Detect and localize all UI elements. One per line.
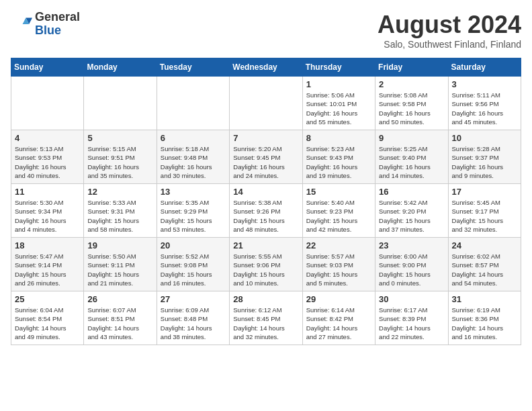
calendar-week-row: 4Sunrise: 5:13 AM Sunset: 9:53 PM Daylig… bbox=[11, 130, 521, 184]
day-info: Sunrise: 6:12 AM Sunset: 8:45 PM Dayligh… bbox=[233, 306, 298, 341]
day-number: 2 bbox=[379, 79, 444, 89]
day-number: 15 bbox=[306, 187, 371, 197]
calendar-cell: 6Sunrise: 5:18 AM Sunset: 9:48 PM Daylig… bbox=[157, 130, 229, 184]
calendar-cell: 5Sunrise: 5:15 AM Sunset: 9:51 PM Daylig… bbox=[84, 130, 157, 184]
day-info: Sunrise: 5:50 AM Sunset: 9:11 PM Dayligh… bbox=[87, 252, 152, 287]
day-number: 6 bbox=[161, 133, 226, 143]
day-info: Sunrise: 5:11 AM Sunset: 9:56 PM Dayligh… bbox=[452, 91, 517, 126]
calendar-cell: 18Sunrise: 5:47 AM Sunset: 9:14 PM Dayli… bbox=[11, 238, 84, 291]
day-info: Sunrise: 5:25 AM Sunset: 9:40 PM Dayligh… bbox=[379, 144, 444, 180]
day-info: Sunrise: 5:38 AM Sunset: 9:26 PM Dayligh… bbox=[233, 198, 298, 234]
day-info: Sunrise: 5:18 AM Sunset: 9:48 PM Dayligh… bbox=[161, 144, 226, 180]
day-number: 10 bbox=[452, 133, 517, 143]
calendar-cell: 20Sunrise: 5:52 AM Sunset: 9:08 PM Dayli… bbox=[157, 238, 229, 291]
logo-text: General Blue bbox=[35, 11, 80, 38]
day-info: Sunrise: 6:07 AM Sunset: 8:51 PM Dayligh… bbox=[87, 306, 152, 341]
day-info: Sunrise: 5:35 AM Sunset: 9:29 PM Dayligh… bbox=[161, 198, 226, 234]
calendar-cell: 28Sunrise: 6:12 AM Sunset: 8:45 PM Dayli… bbox=[230, 291, 302, 345]
day-info: Sunrise: 6:02 AM Sunset: 8:57 PM Dayligh… bbox=[452, 252, 517, 287]
calendar-week-row: 18Sunrise: 5:47 AM Sunset: 9:14 PM Dayli… bbox=[11, 238, 521, 291]
day-info: Sunrise: 6:14 AM Sunset: 8:42 PM Dayligh… bbox=[306, 306, 371, 341]
location-subtitle: Salo, Southwest Finland, Finland bbox=[378, 39, 521, 50]
day-info: Sunrise: 5:42 AM Sunset: 9:20 PM Dayligh… bbox=[379, 198, 444, 234]
calendar-cell: 26Sunrise: 6:07 AM Sunset: 8:51 PM Dayli… bbox=[84, 291, 157, 345]
calendar-cell: 7Sunrise: 5:20 AM Sunset: 9:45 PM Daylig… bbox=[230, 130, 302, 184]
calendar-cell: 2Sunrise: 5:08 AM Sunset: 9:58 PM Daylig… bbox=[375, 77, 448, 130]
day-number: 21 bbox=[233, 240, 298, 250]
calendar-table: SundayMondayTuesdayWednesdayThursdayFrid… bbox=[11, 58, 521, 345]
calendar-cell: 15Sunrise: 5:40 AM Sunset: 9:23 PM Dayli… bbox=[302, 184, 375, 238]
day-info: Sunrise: 5:15 AM Sunset: 9:51 PM Dayligh… bbox=[87, 144, 152, 180]
day-number: 24 bbox=[452, 240, 517, 250]
logo-blue: Blue bbox=[35, 24, 80, 38]
page-header: General Blue August 2024 Salo, Southwest… bbox=[11, 11, 521, 50]
calendar-cell: 16Sunrise: 5:42 AM Sunset: 9:20 PM Dayli… bbox=[375, 184, 448, 238]
day-info: Sunrise: 5:55 AM Sunset: 9:06 PM Dayligh… bbox=[233, 252, 298, 287]
weekday-header: Sunday bbox=[11, 58, 84, 77]
weekday-header: Monday bbox=[84, 58, 157, 77]
day-info: Sunrise: 6:19 AM Sunset: 8:36 PM Dayligh… bbox=[452, 306, 517, 341]
calendar-cell bbox=[84, 77, 157, 130]
day-number: 28 bbox=[233, 294, 298, 304]
calendar-cell: 17Sunrise: 5:45 AM Sunset: 9:17 PM Dayli… bbox=[448, 184, 521, 238]
day-number: 29 bbox=[306, 294, 371, 304]
calendar-cell: 8Sunrise: 5:23 AM Sunset: 9:43 PM Daylig… bbox=[302, 130, 375, 184]
day-info: Sunrise: 5:08 AM Sunset: 9:58 PM Dayligh… bbox=[379, 91, 444, 126]
calendar-cell: 4Sunrise: 5:13 AM Sunset: 9:53 PM Daylig… bbox=[11, 130, 84, 184]
calendar-cell: 22Sunrise: 5:57 AM Sunset: 9:03 PM Dayli… bbox=[302, 238, 375, 291]
calendar-cell: 29Sunrise: 6:14 AM Sunset: 8:42 PM Dayli… bbox=[302, 291, 375, 345]
calendar-cell: 12Sunrise: 5:33 AM Sunset: 9:31 PM Dayli… bbox=[84, 184, 157, 238]
day-number: 17 bbox=[452, 187, 517, 197]
calendar-cell: 19Sunrise: 5:50 AM Sunset: 9:11 PM Dayli… bbox=[84, 238, 157, 291]
day-info: Sunrise: 5:13 AM Sunset: 9:53 PM Dayligh… bbox=[15, 144, 80, 180]
weekday-header: Tuesday bbox=[157, 58, 229, 77]
day-number: 14 bbox=[233, 187, 298, 197]
day-info: Sunrise: 5:06 AM Sunset: 10:01 PM Daylig… bbox=[306, 91, 371, 126]
day-number: 19 bbox=[87, 240, 152, 250]
month-title: August 2024 bbox=[378, 11, 521, 39]
day-number: 4 bbox=[15, 133, 80, 143]
day-number: 13 bbox=[161, 187, 226, 197]
calendar-cell: 24Sunrise: 6:02 AM Sunset: 8:57 PM Dayli… bbox=[448, 238, 521, 291]
calendar-cell: 23Sunrise: 6:00 AM Sunset: 9:00 PM Dayli… bbox=[375, 238, 448, 291]
weekday-header: Wednesday bbox=[230, 58, 302, 77]
day-number: 26 bbox=[87, 294, 152, 304]
day-number: 8 bbox=[306, 133, 371, 143]
day-info: Sunrise: 5:52 AM Sunset: 9:08 PM Dayligh… bbox=[161, 252, 226, 287]
calendar-body: 1Sunrise: 5:06 AM Sunset: 10:01 PM Dayli… bbox=[11, 77, 521, 345]
calendar-week-row: 11Sunrise: 5:30 AM Sunset: 9:34 PM Dayli… bbox=[11, 184, 521, 238]
day-info: Sunrise: 6:00 AM Sunset: 9:00 PM Dayligh… bbox=[379, 252, 444, 287]
day-info: Sunrise: 5:23 AM Sunset: 9:43 PM Dayligh… bbox=[306, 144, 371, 180]
calendar-cell: 25Sunrise: 6:04 AM Sunset: 8:54 PM Dayli… bbox=[11, 291, 84, 345]
weekday-header: Saturday bbox=[448, 58, 521, 77]
calendar-cell: 30Sunrise: 6:17 AM Sunset: 8:39 PM Dayli… bbox=[375, 291, 448, 345]
calendar-cell: 10Sunrise: 5:28 AM Sunset: 9:37 PM Dayli… bbox=[448, 130, 521, 184]
calendar-cell: 27Sunrise: 6:09 AM Sunset: 8:48 PM Dayli… bbox=[157, 291, 229, 345]
day-number: 5 bbox=[87, 133, 152, 143]
day-info: Sunrise: 6:09 AM Sunset: 8:48 PM Dayligh… bbox=[161, 306, 226, 341]
calendar-cell: 31Sunrise: 6:19 AM Sunset: 8:36 PM Dayli… bbox=[448, 291, 521, 345]
day-info: Sunrise: 5:28 AM Sunset: 9:37 PM Dayligh… bbox=[452, 144, 517, 180]
day-number: 1 bbox=[306, 79, 371, 89]
day-info: Sunrise: 6:04 AM Sunset: 8:54 PM Dayligh… bbox=[15, 306, 80, 341]
title-block: August 2024 Salo, Southwest Finland, Fin… bbox=[378, 11, 521, 50]
calendar-cell: 14Sunrise: 5:38 AM Sunset: 9:26 PM Dayli… bbox=[230, 184, 302, 238]
calendar-cell: 11Sunrise: 5:30 AM Sunset: 9:34 PM Dayli… bbox=[11, 184, 84, 238]
day-info: Sunrise: 5:47 AM Sunset: 9:14 PM Dayligh… bbox=[15, 252, 80, 287]
weekday-header: Thursday bbox=[302, 58, 375, 77]
header-row: SundayMondayTuesdayWednesdayThursdayFrid… bbox=[11, 58, 521, 77]
day-number: 20 bbox=[161, 240, 226, 250]
day-number: 25 bbox=[15, 294, 80, 304]
day-info: Sunrise: 5:40 AM Sunset: 9:23 PM Dayligh… bbox=[306, 198, 371, 234]
day-number: 27 bbox=[161, 294, 226, 304]
day-number: 23 bbox=[379, 240, 444, 250]
calendar-cell bbox=[230, 77, 302, 130]
calendar-cell: 1Sunrise: 5:06 AM Sunset: 10:01 PM Dayli… bbox=[302, 77, 375, 130]
day-info: Sunrise: 5:57 AM Sunset: 9:03 PM Dayligh… bbox=[306, 252, 371, 287]
day-number: 11 bbox=[15, 187, 80, 197]
calendar-cell: 21Sunrise: 5:55 AM Sunset: 9:06 PM Dayli… bbox=[230, 238, 302, 291]
day-info: Sunrise: 5:45 AM Sunset: 9:17 PM Dayligh… bbox=[452, 198, 517, 234]
day-number: 31 bbox=[452, 294, 517, 304]
logo-icon bbox=[11, 13, 32, 35]
day-number: 30 bbox=[379, 294, 444, 304]
